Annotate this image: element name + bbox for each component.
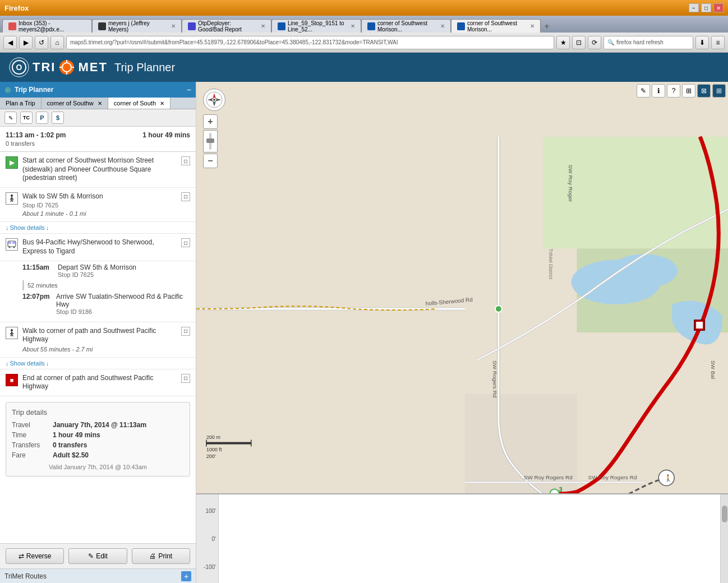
- zoom-out-button[interactable]: −: [203, 154, 218, 168]
- step-start: ▶ Start at corner of Southwest Morrison …: [0, 152, 196, 188]
- map-toolbar: ✎ TC P $: [0, 109, 196, 127]
- map-controls: + −: [203, 89, 225, 168]
- menu-btn[interactable]: ≡: [711, 36, 725, 49]
- fare-tool[interactable]: $: [52, 112, 64, 124]
- parking-tool[interactable]: P: [36, 112, 48, 124]
- tab-favicon-corner1: [367, 22, 375, 30]
- trip-detail-time: Time 1 hour 49 mins: [12, 431, 184, 439]
- left-panel: ⊕ Trip Planner − Plan a Trip corner of S…: [0, 82, 196, 583]
- map-tool-info[interactable]: ℹ: [652, 84, 665, 98]
- trimet-logo-text2: MET: [78, 60, 107, 75]
- edit-button[interactable]: ✎ Edit: [68, 548, 127, 564]
- trip-details-box: Trip details Travel January 7th, 2014 @ …: [6, 402, 190, 476]
- tab-close-corner2[interactable]: ✕: [530, 23, 535, 29]
- reload-button[interactable]: ↺: [35, 36, 48, 49]
- depart-row: 11:15am Depart SW 5th & Morrison Stop ID…: [22, 263, 190, 278]
- routes-add-button[interactable]: +: [181, 571, 191, 581]
- panel-minimize-btn[interactable]: −: [187, 85, 191, 94]
- scrollbar-thumb[interactable]: [722, 506, 727, 522]
- print-button[interactable]: 🖨 Print: [132, 548, 190, 564]
- map-tool-help[interactable]: ?: [667, 84, 680, 98]
- fare-value: Adult $2.50: [53, 451, 89, 459]
- print-icon: 🖨: [149, 552, 156, 560]
- show-details-arrow-2: ↓: [6, 360, 9, 367]
- tab-label-corner2: corner of Southwest Morison...: [467, 20, 526, 33]
- travel-label: Travel: [12, 421, 48, 429]
- maximize-btn[interactable]: □: [701, 3, 711, 12]
- svg-rect-16: [8, 242, 11, 244]
- close-btn[interactable]: ✕: [713, 3, 724, 12]
- compass-button[interactable]: [203, 89, 225, 111]
- show-details-arrow-end-1: ↓: [46, 224, 49, 231]
- svg-text:SW Roy Rogers Rd: SW Roy Rogers Rd: [524, 474, 573, 480]
- star-button[interactable]: ★: [556, 36, 570, 49]
- main-content: ⊕ Trip Planner − Plan a Trip corner of S…: [0, 82, 728, 583]
- home-button[interactable]: ⌂: [50, 36, 64, 49]
- trip-detail-transfers: Transfers 0 transfers: [12, 441, 184, 449]
- tab-plan-a-trip[interactable]: Plan a Trip: [0, 98, 42, 109]
- panel-header-icon: ⊕: [4, 85, 11, 94]
- browser-tab-inbox[interactable]: Inbox (353) - meyers2@pdx.e...: [2, 19, 92, 33]
- back-button[interactable]: ◀: [3, 36, 17, 49]
- show-details-2[interactable]: ↓ Show details ↓: [0, 358, 196, 369]
- tab-corner-southw[interactable]: corner of Southw ✕: [42, 98, 108, 109]
- start-icon: ▶: [6, 156, 18, 169]
- map-tool-extra[interactable]: ⊞: [712, 84, 726, 98]
- tab-close-line59[interactable]: ✕: [351, 23, 355, 29]
- new-tab-button[interactable]: +: [541, 20, 553, 33]
- browser-tab-github[interactable]: meyers j (Jeffrey Meyers) ✕: [92, 19, 182, 33]
- tc-tool[interactable]: TC: [20, 112, 33, 124]
- step-start-bookmark[interactable]: □: [181, 156, 190, 165]
- tab-close-otp[interactable]: ✕: [261, 23, 265, 29]
- tab-close-corner1[interactable]: ✕: [440, 23, 445, 29]
- map-tool-fullscreen[interactable]: ⊠: [697, 84, 711, 98]
- browser-tab-corner1[interactable]: corner of Southwest Morison... ✕: [361, 19, 451, 33]
- tab-close-github[interactable]: ✕: [171, 23, 176, 29]
- search-bar[interactable]: 🔍 firefox hard refresh: [603, 36, 693, 49]
- svg-point-20: [11, 329, 13, 331]
- zoom-in-button[interactable]: +: [203, 114, 218, 129]
- svg-text:SW Rogers Rd: SW Rogers Rd: [492, 360, 498, 397]
- tab-label-inbox: Inbox (353) - meyers2@pdx.e...: [19, 20, 86, 33]
- trip-steps: ▶ Start at corner of Southwest Morrison …: [0, 152, 196, 543]
- tab-close-southw[interactable]: ✕: [98, 100, 102, 107]
- edit-map-tool[interactable]: ✎: [4, 112, 17, 124]
- map-top-toolbar: ✎ ℹ ? ⊞ ⊠ ⊞: [637, 84, 726, 98]
- depart-info: Depart SW 5th & Morrison Stop ID 7625: [58, 263, 136, 278]
- zoom-slider[interactable]: [203, 130, 218, 152]
- step-walk-1-title: Walk to SW 5th & Morrison: [22, 192, 177, 201]
- tab-bar: Inbox (353) - meyers2@pdx.e... meyers j …: [0, 16, 728, 33]
- trip-time-row: 11:13 am - 1:02 pm 1 hour 49 mins: [6, 131, 190, 139]
- step-bus-bookmark[interactable]: □: [181, 238, 190, 247]
- minimize-btn[interactable]: −: [689, 3, 699, 12]
- step-walk-1-bookmark[interactable]: □: [181, 192, 190, 201]
- browser-tab-otp[interactable]: OtpDeployer: Good/Bad Report ✕: [182, 19, 271, 33]
- bookmark-button[interactable]: ⊡: [572, 36, 586, 49]
- browser-tab-line59[interactable]: Line_59_Stop_9151 to Line_52... ✕: [271, 19, 361, 33]
- trimet-header: O TRI MET Trip Planner: [0, 53, 728, 82]
- step-walk-2-bookmark[interactable]: □: [181, 327, 190, 336]
- browser-tab-corner2[interactable]: corner of Southwest Morison... ✕: [451, 19, 541, 33]
- tab-favicon-github: [98, 22, 106, 30]
- elevation-chart: 100' 0' -100' →: [196, 493, 728, 583]
- step-start-title: Start at corner of Southwest Morrison St…: [22, 156, 177, 183]
- map-tool-layers[interactable]: ⊞: [682, 84, 695, 98]
- tab-label-line59: Line_59_Stop_9151 to Line_52...: [288, 20, 346, 33]
- show-details-1[interactable]: ↓ Show details ↓: [0, 222, 196, 234]
- download-btn[interactable]: ⬇: [695, 36, 709, 49]
- bus-icon: [6, 238, 18, 251]
- chart-scrollbar[interactable]: [720, 494, 728, 583]
- map-background: 3 🚶 holls-Sherwood Rd SW Rogers Rd SW Ro…: [196, 82, 728, 583]
- step-end-bookmark[interactable]: □: [181, 374, 190, 383]
- tab-close-south[interactable]: ✕: [160, 100, 164, 107]
- reverse-button[interactable]: ⇄ Reverse: [6, 548, 64, 564]
- tab-corner-south[interactable]: corner of South ✕: [108, 98, 171, 109]
- refresh-button[interactable]: ⟳: [588, 36, 601, 49]
- forward-button[interactable]: ▶: [19, 36, 33, 49]
- depart-time: 11:15am: [22, 263, 53, 271]
- address-bar[interactable]: maps5.trimet.org/?purl=/osm/#/submit&fro…: [66, 36, 554, 49]
- map-tool-pencil[interactable]: ✎: [637, 84, 650, 98]
- travel-value: January 7th, 2014 @ 11:13am: [53, 421, 146, 429]
- trip-time-range: 11:13 am - 1:02 pm: [6, 131, 66, 139]
- axis-label-neg100: -100': [199, 564, 216, 570]
